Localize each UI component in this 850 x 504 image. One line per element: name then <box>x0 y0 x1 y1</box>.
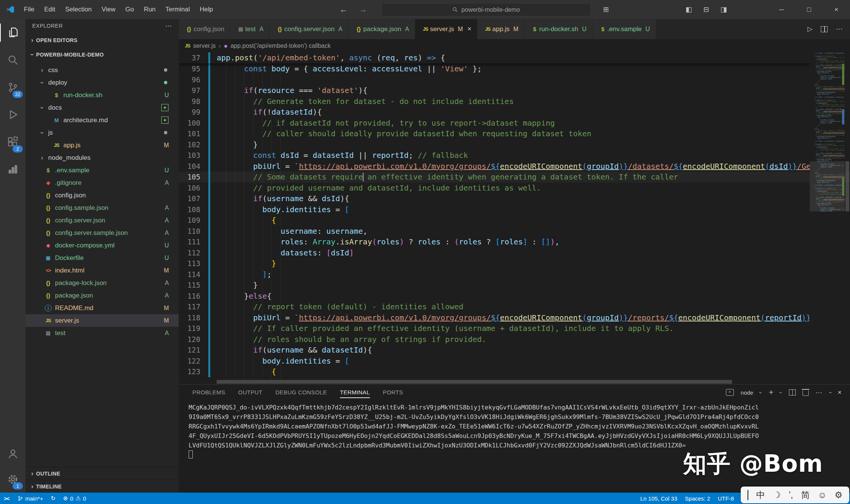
encoding-setting[interactable]: UTF-8 <box>714 493 738 504</box>
sync-status[interactable]: ↻ <box>47 493 60 504</box>
maximize-panel-icon[interactable]: › <box>826 392 833 394</box>
code-line-101[interactable]: 101// caller should ideally provide data… <box>179 128 850 139</box>
code-line-106[interactable]: 106// provided username and datasetId, i… <box>179 183 850 194</box>
panel-tab-output[interactable]: OUTPUT <box>238 384 263 400</box>
code-line-96[interactable]: 96 <box>179 74 850 85</box>
code-line-100[interactable]: 100// if datasetId not provided, try to … <box>179 118 850 129</box>
code-line-116[interactable]: 116}else{ <box>179 291 850 302</box>
folder-js[interactable]: ›js <box>25 126 179 139</box>
code-line-115[interactable]: 115} <box>179 280 850 291</box>
more-actions-icon[interactable]: ⋯ <box>815 389 822 397</box>
chevron-down-icon[interactable]: › <box>758 392 764 394</box>
code-line-110[interactable]: 110username: username, <box>179 226 850 237</box>
menu-help[interactable]: Help <box>195 3 218 16</box>
source-control-icon[interactable]: 22 <box>0 74 25 101</box>
file-.gitignore[interactable]: ◆.gitignoreA <box>25 176 179 189</box>
file-docker-compose.yml[interactable]: ◆docker-compose.ymlU <box>25 239 179 252</box>
search-icon[interactable] <box>0 46 25 74</box>
more-actions-icon[interactable]: ⋯ <box>836 25 842 33</box>
ime-item-1[interactable]: ☽ <box>773 490 781 500</box>
more-actions-icon[interactable]: ⋯ <box>165 22 172 30</box>
tab-package.json[interactable]: {}package.jsonA <box>348 19 415 39</box>
menu-file[interactable]: File <box>19 3 39 16</box>
file-package.json[interactable]: {}package.jsonA <box>25 289 179 302</box>
chevron-down-icon[interactable]: › <box>778 392 784 394</box>
branch-status[interactable]: main*+ <box>14 493 47 504</box>
split-editor-icon[interactable] <box>821 26 828 32</box>
code-line-104[interactable]: 104pbiUrl = `https://api.powerbi.com/v1.… <box>179 161 850 172</box>
file-index.html[interactable]: <>index.htmlM <box>25 264 179 277</box>
folder-node_modules[interactable]: ›node_modules <box>25 151 179 164</box>
file-.env.sample[interactable]: $.env.sampleU <box>25 164 179 176</box>
code-line-103[interactable]: 103const dsId = datasetId || reportId; /… <box>179 150 850 161</box>
panel-tab-ports[interactable]: PORTS <box>383 384 403 400</box>
file-Dockerfile[interactable]: ▣DockerfileU <box>25 252 179 264</box>
forward-icon[interactable]: → <box>359 5 367 14</box>
code-line-113[interactable]: 113} <box>179 258 850 269</box>
accounts-icon[interactable] <box>0 442 25 466</box>
tab-test[interactable]: ▤testA <box>230 19 269 39</box>
code-line-121[interactable]: 121if(username && datasetId){ <box>179 345 850 356</box>
file-README.md[interactable]: iREADME.mdM <box>25 302 179 314</box>
code-line-95[interactable]: 95const body = { accessLevel: accessLeve… <box>179 63 850 74</box>
menu-edit[interactable]: Edit <box>39 3 60 16</box>
folder-css[interactable]: ›css <box>25 64 179 76</box>
menu-run[interactable]: Run <box>139 3 161 16</box>
terminal-profile-label[interactable]: node <box>741 389 753 396</box>
code-line-111[interactable]: 111roles: Array.isArray(roles) ? roles :… <box>179 236 850 247</box>
menu-terminal[interactable]: Terminal <box>161 3 195 16</box>
code-line-118[interactable]: 118pbiUrl = `https://api.powerbi.com/v1.… <box>179 312 850 323</box>
horizontal-scrollbar-thumb[interactable] <box>217 380 732 384</box>
panel-tab-debug-console[interactable]: DEBUG CONSOLE <box>275 384 327 400</box>
code-line-102[interactable]: 102} <box>179 139 850 150</box>
file-config.sample.json[interactable]: {}config.sample.jsonA <box>25 202 179 214</box>
code-line-119[interactable]: 119// If caller provided an effective id… <box>179 323 850 334</box>
code-line-122[interactable]: 122body.identities = [ <box>179 356 850 367</box>
code-editor[interactable]: 95const body = { accessLevel: accessLeve… <box>179 52 850 384</box>
maximize-button[interactable]: □ <box>795 0 823 19</box>
file-app.js[interactable]: JSapp.jsM <box>25 139 179 151</box>
code-line-105[interactable]: 105// Some datasets require an effective… <box>179 172 850 183</box>
grid-icon[interactable]: ⊞ <box>597 5 615 14</box>
breadcrumb-file[interactable]: server.js <box>193 43 216 49</box>
chart-report-icon[interactable] <box>0 156 25 183</box>
minimap-slider[interactable] <box>810 161 845 211</box>
code-line-117[interactable]: 117// report token (default) - identitie… <box>179 301 850 312</box>
cursor-position[interactable]: Ln 105, Col 33 <box>636 493 681 504</box>
minimize-button[interactable]: ─ <box>768 0 795 19</box>
close-window-button[interactable]: × <box>823 0 850 19</box>
tab-run-docker.sh[interactable]: $run-docker.shU <box>524 19 593 39</box>
tab-config.json[interactable]: {}config.json <box>179 19 230 39</box>
code-line-97[interactable]: 97if(resource === 'dataset'){ <box>179 85 850 96</box>
file-config.server.sample.json[interactable]: {}config.server.sample.jsonA <box>25 227 179 239</box>
file-architecture.md[interactable]: Marchitecture.md <box>25 114 179 126</box>
folder-deploy[interactable]: ›deploy <box>25 76 179 89</box>
problems-status[interactable]: ⊗ 0 ⚠ 0 <box>59 493 90 504</box>
outline-section[interactable]: › OUTLINE <box>25 467 179 480</box>
ime-item-5[interactable]: ⚙ <box>834 490 842 500</box>
tab-.env.sample[interactable]: $.env.sampleU <box>593 19 656 39</box>
horizontal-scrollbar[interactable] <box>179 380 810 384</box>
command-center-search[interactable]: powerbi-mobile-demo <box>381 3 591 16</box>
code-line-109[interactable]: 109{ <box>179 215 850 226</box>
new-terminal-icon[interactable]: + <box>769 388 773 397</box>
project-root-section[interactable]: › POWERBI-MOBILE-DEMO <box>25 48 179 61</box>
tab-app.js[interactable]: JSapp.jsM <box>477 19 524 39</box>
code-line-123[interactable]: 123{ <box>179 366 850 377</box>
code-line-112[interactable]: 112datasets: [dsId] <box>179 247 850 258</box>
back-icon[interactable]: ← <box>340 5 348 14</box>
remote-indicator[interactable]: >< <box>0 493 14 504</box>
ime-item-3[interactable]: 简 <box>801 489 810 501</box>
panel-tab-problems[interactable]: PROBLEMS <box>192 384 225 400</box>
vertical-scrollbar[interactable] <box>845 52 850 380</box>
ime-item-0[interactable]: 中 <box>756 489 765 501</box>
kill-terminal-icon[interactable] <box>803 391 809 396</box>
code-line-99[interactable]: 99if(!datasetId){ <box>179 107 850 118</box>
toggle-secondary-sidebar-icon[interactable]: ◨ <box>715 5 732 14</box>
code-line-120[interactable]: 120// roles should be an array of string… <box>179 334 850 345</box>
explorer-icon[interactable] <box>0 19 25 46</box>
file-config.json[interactable]: {}config.json <box>25 189 179 202</box>
folder-docs[interactable]: ›docs <box>25 101 179 114</box>
file-package-lock.json[interactable]: {}package-lock.jsonA <box>25 277 179 289</box>
file-run-docker.sh[interactable]: $run-docker.shU <box>25 89 179 101</box>
